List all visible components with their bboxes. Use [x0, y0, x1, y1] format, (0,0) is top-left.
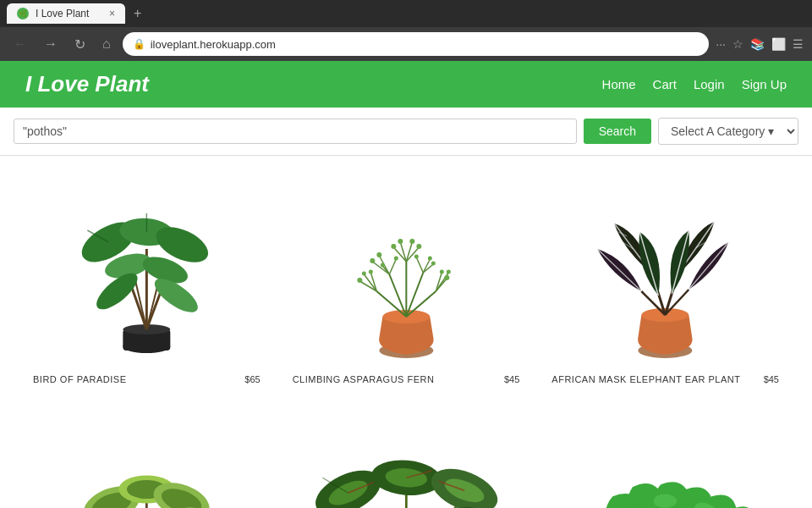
tab-title: I Love Plant [36, 8, 89, 19]
toolbar-right: ··· ☆ 📚 ⬜ ☰ [716, 37, 804, 51]
menu-button[interactable]: ☰ [793, 37, 804, 51]
svg-point-56 [446, 270, 450, 274]
product-price: $65 [244, 374, 260, 384]
product-image-maranta [289, 406, 524, 508]
nav-home[interactable]: Home [602, 77, 636, 91]
category-select[interactable]: Select A Category ▾ [658, 118, 798, 145]
product-name: AFRICAN MASK ELEPHANT EAR PLANT [551, 374, 740, 384]
app-header: I Love Plant Home Cart Login Sign Up [0, 61, 812, 108]
tab-favicon: 🌿 [17, 8, 29, 19]
app-logo[interactable]: I Love Plant [25, 71, 149, 97]
back-button[interactable]: ← [8, 33, 32, 55]
tab-close-btn[interactable]: × [109, 8, 115, 19]
tab-view-button[interactable]: ⬜ [771, 37, 786, 51]
product-card-pothos[interactable]: POTHOS [535, 397, 795, 508]
svg-point-52 [357, 278, 362, 283]
product-price: $45 [764, 374, 779, 384]
browser-tab[interactable]: 🌿 I Love Plant × [7, 3, 125, 24]
svg-point-110 [654, 494, 678, 509]
product-info-asparagus-fern: CLIMBING ASPARAGUS FERN $45 [289, 374, 524, 384]
product-info-african-mask: AFRICAN MASK ELEPHANT EAR PLANT $45 [548, 374, 782, 384]
svg-point-44 [393, 257, 398, 261]
svg-point-53 [361, 272, 365, 276]
product-image-variegated [30, 406, 264, 508]
svg-point-46 [398, 239, 403, 244]
url-text: iloveplant.herokuapp.com [151, 38, 276, 51]
forward-button[interactable]: → [39, 33, 63, 55]
search-bar: Search Select A Category ▾ [0, 108, 812, 156]
address-bar[interactable]: 🔒 iloveplant.herokuapp.com [123, 32, 710, 56]
bookmark-button[interactable]: ☆ [732, 37, 743, 51]
product-card-variegated[interactable]: VARIEGATED PLANT [17, 397, 277, 508]
svg-line-32 [416, 257, 423, 273]
product-card-african-mask[interactable]: AFRICAN MASK ELEPHANT EAR PLANT $45 [535, 173, 795, 397]
svg-point-54 [368, 270, 372, 274]
product-image-pothos [548, 406, 782, 508]
product-image-african-mask [548, 181, 782, 367]
refresh-button[interactable]: ↻ [69, 33, 91, 56]
svg-point-57 [439, 270, 443, 274]
browser-toolbar: ← → ↻ ⌂ 🔒 iloveplant.herokuapp.com ··· ☆… [0, 27, 812, 61]
products-grid: BIRD OF PARADISE $65 [0, 156, 812, 508]
product-name: CLIMBING ASPARAGUS FERN [293, 374, 435, 384]
browser-titlebar: 🌿 I Love Plant × + [0, 0, 812, 27]
app-nav: Home Cart Login Sign Up [602, 77, 787, 91]
home-button[interactable]: ⌂ [97, 33, 116, 55]
product-info-bird-of-paradise: BIRD OF PARADISE $65 [30, 374, 264, 384]
svg-point-48 [416, 244, 421, 249]
search-button[interactable]: Search [584, 119, 651, 144]
svg-point-49 [414, 255, 418, 259]
svg-line-27 [389, 259, 396, 274]
svg-point-50 [427, 257, 431, 261]
reader-mode-button[interactable]: 📚 [750, 37, 765, 51]
product-card-asparagus-fern[interactable]: CLIMBING ASPARAGUS FERN $45 [277, 173, 536, 397]
product-price: $45 [504, 374, 519, 384]
svg-point-43 [380, 263, 384, 268]
svg-point-42 [376, 252, 381, 257]
new-tab-button[interactable]: + [130, 3, 145, 25]
nav-login[interactable]: Login [694, 77, 725, 91]
svg-point-51 [431, 262, 435, 266]
svg-point-45 [391, 244, 396, 249]
product-name: BIRD OF PARADISE [33, 374, 126, 384]
svg-point-41 [370, 258, 375, 263]
svg-line-36 [364, 274, 376, 291]
nav-signup[interactable]: Sign Up [742, 77, 787, 91]
more-button[interactable]: ··· [716, 37, 726, 51]
nav-cart[interactable]: Cart [653, 77, 677, 91]
svg-line-24 [372, 262, 389, 274]
search-input[interactable] [14, 119, 577, 144]
product-card-bird-of-paradise[interactable]: BIRD OF PARADISE $65 [17, 173, 277, 397]
product-image-bird-of-paradise [30, 181, 264, 367]
svg-point-47 [409, 239, 414, 244]
security-icon: 🔒 [133, 38, 145, 50]
product-card-maranta[interactable]: MARANTA [277, 397, 536, 508]
svg-point-55 [444, 275, 449, 280]
product-image-asparagus-fern [289, 181, 524, 367]
